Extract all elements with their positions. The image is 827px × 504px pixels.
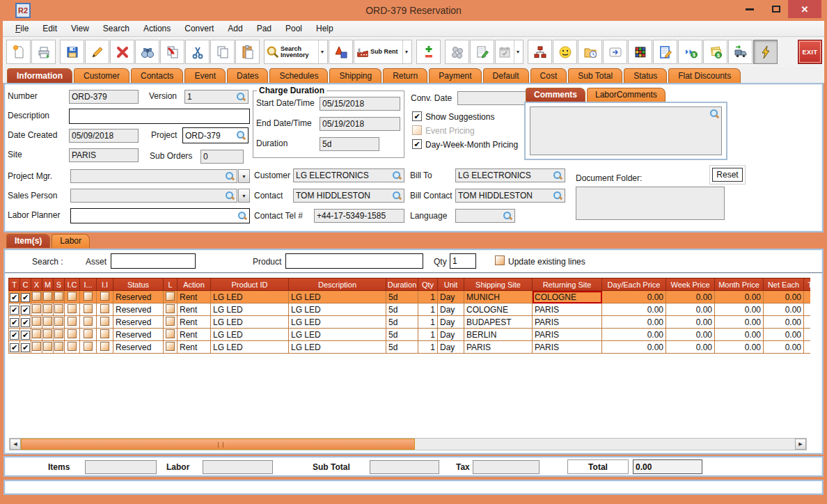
cell-action[interactable]: Rent xyxy=(178,341,211,354)
menu-file[interactable]: File xyxy=(8,22,36,36)
org-chart-button[interactable] xyxy=(528,40,552,64)
cell-description[interactable]: LG LED xyxy=(289,341,386,354)
horizontal-scrollbar[interactable]: ◀ ▶ xyxy=(9,438,807,450)
project-mgr-dropdown[interactable]: ▼ xyxy=(238,169,250,183)
cell-week-price[interactable]: 0.00 xyxy=(666,291,715,304)
billing-button[interactable]: $ xyxy=(703,40,727,64)
column-header-qty[interactable]: Qty xyxy=(418,278,438,291)
row-checkbox-x[interactable] xyxy=(32,304,41,313)
tab-return[interactable]: Return xyxy=(383,68,427,83)
cell-day-each-price[interactable]: 0.00 xyxy=(602,304,666,316)
column-header-i-c[interactable]: I.C xyxy=(65,278,80,291)
history-folder-button[interactable] xyxy=(578,40,602,64)
save-button[interactable] xyxy=(60,40,84,64)
copy-button[interactable] xyxy=(210,40,235,64)
find-button[interactable] xyxy=(135,40,159,64)
cell-shipping-site[interactable]: COLOGNE xyxy=(464,304,533,316)
tab-cost[interactable]: Cost xyxy=(530,68,567,83)
row-checkbox-c[interactable] xyxy=(21,331,30,340)
cell-month-price[interactable]: 0.00 xyxy=(715,291,764,304)
add-remove-line-button[interactable] xyxy=(416,40,441,64)
cell-returning-site[interactable]: PARIS xyxy=(533,329,602,341)
cell-week-price[interactable]: 0.00 xyxy=(666,329,715,341)
cell-duration[interactable]: 5d xyxy=(386,291,418,304)
column-header-product-id[interactable]: Product ID xyxy=(211,278,289,291)
tab-comments[interactable]: Comments xyxy=(526,88,585,102)
cell-unit[interactable]: Day xyxy=(438,341,464,354)
cell-unit[interactable]: Day xyxy=(438,304,464,316)
cell-status[interactable]: Reserved xyxy=(113,316,164,329)
column-header-l[interactable]: L xyxy=(164,278,178,291)
project-lookup-icon[interactable] xyxy=(237,131,246,140)
row-checkbox-c[interactable] xyxy=(21,343,30,352)
cell-duration[interactable]: 5d xyxy=(386,304,418,316)
labor-planner-lookup-icon[interactable] xyxy=(238,212,247,221)
cell-returning-site[interactable]: PARIS xyxy=(533,304,602,316)
column-header-i-[interactable]: I... xyxy=(80,278,97,291)
cell-month-price[interactable]: 0.00 xyxy=(715,304,764,316)
contact-lookup-icon[interactable] xyxy=(393,191,402,200)
row-checkbox-i-[interactable] xyxy=(84,317,93,326)
row-checkbox-m[interactable] xyxy=(43,304,52,313)
column-header-day-each-price[interactable]: Day/Each Price xyxy=(602,278,666,291)
row-checkbox-i-i[interactable] xyxy=(100,329,109,338)
cell-day-each-price[interactable]: 0.00 xyxy=(602,291,666,304)
row-checkbox-i-i[interactable] xyxy=(100,317,109,326)
cell-week-price[interactable]: 0.00 xyxy=(666,316,715,329)
cell-description[interactable]: LG LED xyxy=(289,329,386,341)
column-header-week-price[interactable]: Week Price xyxy=(666,278,715,291)
cell-returning-site[interactable]: PARIS xyxy=(533,341,602,354)
delete-button[interactable] xyxy=(110,40,134,64)
cell-status[interactable]: Reserved xyxy=(113,341,164,354)
menu-actions[interactable]: Actions xyxy=(136,22,178,36)
scroll-left-arrow[interactable]: ◀ xyxy=(10,439,21,450)
tab-customer[interactable]: Customer xyxy=(74,68,129,83)
cell-product-id[interactable]: LG LED xyxy=(211,291,289,304)
update-existing-lines-checkbox[interactable] xyxy=(495,255,505,265)
document-folder-box[interactable] xyxy=(576,187,725,220)
row-checkbox-t[interactable] xyxy=(10,293,19,302)
row-checkbox-c[interactable] xyxy=(21,306,30,315)
paste-button[interactable] xyxy=(235,40,260,64)
tab-dates[interactable]: Dates xyxy=(227,68,268,83)
calendar-dropdown[interactable]: ▼ xyxy=(514,40,521,63)
menu-pad[interactable]: Pad xyxy=(250,22,278,36)
cell-shipping-site[interactable]: MUNICH xyxy=(464,291,533,304)
tab-contacts[interactable]: Contacts xyxy=(131,68,183,83)
cell-day-each-price[interactable]: 0.00 xyxy=(602,329,666,341)
column-header-unit[interactable]: Unit xyxy=(438,278,464,291)
row-checkbox-i-i[interactable] xyxy=(100,342,109,351)
cell-action[interactable]: Rent xyxy=(178,304,211,316)
sub-rent-dropdown[interactable]: ▼ xyxy=(402,40,410,63)
column-header-m[interactable]: M xyxy=(42,278,54,291)
cell-month-price[interactable]: 0.00 xyxy=(715,316,764,329)
row-checkbox-m[interactable] xyxy=(43,342,52,351)
cell-unit[interactable]: Day xyxy=(438,316,464,329)
crew-members-button[interactable] xyxy=(445,40,469,64)
column-header-month-price[interactable]: Month Price xyxy=(715,278,764,291)
row-checkbox-t[interactable] xyxy=(10,343,19,352)
cell-shipping-site[interactable]: BERLIN xyxy=(464,329,533,341)
row-checkbox-i-i[interactable] xyxy=(100,304,109,313)
bill-to-lookup-icon[interactable] xyxy=(553,171,562,180)
cell-action[interactable]: Rent xyxy=(178,316,211,329)
cell-product-id[interactable]: LG LED xyxy=(211,304,289,316)
tab-labor[interactable]: Labor xyxy=(52,234,90,248)
notes-button[interactable] xyxy=(470,40,494,64)
cell-duration[interactable]: 5d xyxy=(386,329,418,341)
reset-button[interactable]: Reset xyxy=(712,168,743,182)
row-checkbox-t[interactable] xyxy=(10,331,19,340)
cell-status[interactable]: Reserved xyxy=(113,329,164,341)
table-row[interactable]: ReservedRentLG LEDLG LED5d1DayPARISPARIS… xyxy=(9,341,811,354)
cell-month-price[interactable]: 0.00 xyxy=(715,341,764,354)
cell-tot[interactable] xyxy=(804,304,811,316)
tab-items[interactable]: Item(s) xyxy=(6,234,50,248)
customer-lookup-icon[interactable] xyxy=(393,171,402,180)
row-checkbox-t[interactable] xyxy=(10,318,19,327)
cell-tot[interactable] xyxy=(804,341,811,354)
shortcut-key-button[interactable] xyxy=(603,40,627,64)
cell-description[interactable]: LG LED xyxy=(289,316,386,329)
cell-product-id[interactable]: LG LED xyxy=(211,341,289,354)
cell-action[interactable]: Rent xyxy=(178,329,211,341)
version-lookup-icon[interactable] xyxy=(237,93,246,102)
